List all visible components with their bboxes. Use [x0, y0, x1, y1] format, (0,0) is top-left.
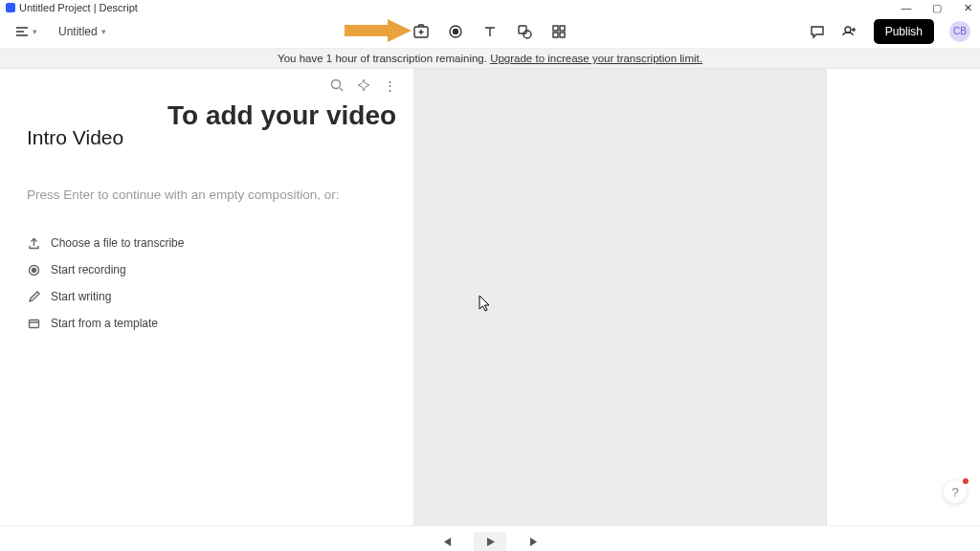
hamburger-menu[interactable]: ▾: [10, 22, 43, 41]
upload-icon: [27, 236, 40, 250]
svg-point-4: [523, 31, 531, 38]
minimize-button[interactable]: —: [900, 2, 913, 13]
svg-rect-14: [29, 320, 38, 327]
option-label: Choose a file to transcribe: [51, 236, 184, 250]
sparkle-icon[interactable]: [357, 78, 370, 95]
chevron-down-icon: ▾: [101, 27, 106, 36]
close-button[interactable]: ✕: [961, 2, 974, 14]
upgrade-link[interactable]: Upgrade to increase your transcription l…: [490, 53, 702, 64]
option-upload[interactable]: Choose a file to transcribe: [27, 236, 390, 250]
option-pencil[interactable]: Start writing: [27, 290, 390, 303]
more-icon[interactable]: ⋮: [384, 78, 396, 95]
add-media-button[interactable]: [412, 23, 430, 40]
help-button[interactable]: ?: [944, 480, 967, 503]
overlay-heading: To add your video: [167, 100, 396, 131]
layout-tool-button[interactable]: [550, 23, 568, 40]
titlebar: Untitled Project | Descript — ▢ ✕: [0, 0, 980, 15]
skip-forward-button[interactable]: [523, 532, 545, 552]
option-label: Start from a template: [51, 317, 158, 330]
publish-button[interactable]: Publish: [874, 19, 934, 44]
app-icon: [6, 3, 15, 12]
banner-text: You have 1 hour of transcription remaini…: [278, 53, 490, 64]
composition-hint: Press Enter to continue with an empty co…: [27, 187, 390, 202]
search-icon[interactable]: [330, 78, 344, 95]
avatar[interactable]: CB: [949, 21, 970, 42]
video-canvas[interactable]: [413, 69, 827, 525]
svg-rect-7: [553, 33, 558, 37]
project-name: Untitled: [58, 25, 98, 38]
option-label: Start recording: [51, 263, 126, 276]
cursor-icon: [479, 295, 492, 312]
option-record[interactable]: Start recording: [27, 263, 390, 276]
window-title: Untitled Project | Descript: [19, 2, 138, 13]
maximize-button[interactable]: ▢: [930, 2, 944, 14]
svg-rect-8: [560, 33, 565, 37]
skip-back-button[interactable]: [435, 532, 457, 552]
right-gutter: [827, 69, 980, 525]
script-panel: ⋮ To add your video Intro Video Press En…: [0, 69, 413, 525]
callout-arrow: [345, 19, 412, 42]
menu-icon: [15, 26, 29, 37]
comments-button[interactable]: [809, 23, 826, 40]
svg-rect-5: [553, 26, 558, 31]
option-label: Start writing: [51, 290, 111, 303]
project-dropdown[interactable]: Untitled ▾: [53, 21, 112, 42]
pencil-icon: [27, 290, 40, 303]
text-tool-button[interactable]: [481, 23, 499, 40]
shapes-tool-button[interactable]: [516, 23, 533, 40]
playback-bar: [0, 525, 980, 551]
template-icon: [27, 317, 40, 330]
window-controls: — ▢ ✕: [900, 0, 974, 15]
play-button[interactable]: [474, 532, 506, 552]
record-icon: [27, 263, 40, 276]
svg-rect-6: [560, 26, 565, 31]
svg-rect-3: [519, 26, 526, 33]
svg-point-9: [845, 27, 851, 33]
svg-marker-10: [345, 19, 412, 42]
toolbar: ▾ Untitled ▾ Publish: [0, 15, 980, 48]
main-area: ⋮ To add your video Intro Video Press En…: [0, 69, 980, 525]
share-button[interactable]: [841, 23, 858, 40]
panel-tools: ⋮: [330, 78, 396, 95]
transcription-banner: You have 1 hour of transcription remaini…: [0, 48, 980, 69]
svg-point-11: [332, 80, 341, 89]
svg-point-13: [32, 268, 35, 272]
start-options: Choose a file to transcribeStart recordi…: [27, 236, 390, 330]
svg-point-2: [454, 29, 458, 33]
record-button[interactable]: [447, 23, 464, 40]
option-template[interactable]: Start from a template: [27, 317, 390, 330]
chevron-down-icon: ▾: [33, 27, 37, 36]
